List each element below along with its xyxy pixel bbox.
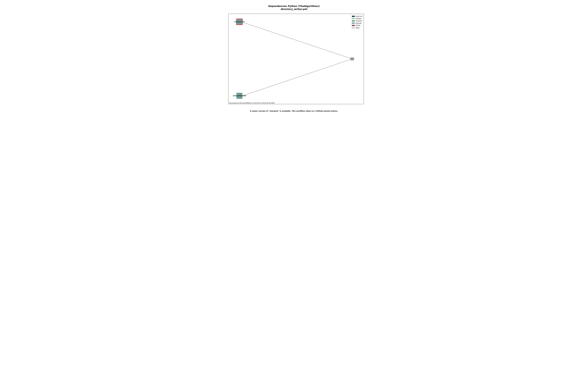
- figure-page: Dependencies Python (TheAlgorithms) dire…: [206, 0, 382, 118]
- figure-caption: A newer version of "checkout" is availab…: [206, 110, 382, 112]
- node-setup-python: setup-python [v4]: [233, 93, 246, 99]
- legend: Internal Forked Trusted GitHub Public St…: [351, 14, 363, 29]
- node-label: setup-python [v4]: [233, 95, 246, 96]
- legend-label: Internal: [356, 15, 362, 18]
- legend-item: GitHub: [352, 22, 362, 24]
- figure-title: Dependencies Python (TheAlgorithms) dire…: [206, 5, 382, 10]
- legend-label: Step: [356, 27, 360, 29]
- edge-build-setup-python: [242, 59, 352, 96]
- legend-swatch: [352, 20, 355, 22]
- edges: [242, 22, 352, 96]
- dependency-graph: checkout [v1] setup-python [v4] build: [228, 14, 364, 104]
- legend-swatch: [352, 27, 355, 28]
- legend-swatch: [352, 18, 355, 19]
- plot-frame: checkout [v1] setup-python [v4] build In…: [228, 14, 364, 104]
- legend-label: Public: [356, 24, 360, 27]
- legend-label: Trusted: [356, 20, 362, 22]
- legend-swatch: [352, 22, 355, 24]
- legend-item: Trusted: [352, 20, 362, 22]
- legend-swatch: [352, 25, 355, 26]
- legend-label: Forked: [356, 18, 361, 20]
- legend-item: Forked: [352, 18, 362, 20]
- legend-item: Public: [352, 24, 362, 27]
- node-build: build: [350, 57, 354, 61]
- node-label: build: [350, 58, 354, 60]
- edge-build-checkout: [242, 22, 352, 59]
- legend-item: Step: [352, 27, 362, 29]
- node-checkout: checkout [v1]: [234, 19, 244, 25]
- title-line-2: directory_writer.yml: [206, 8, 382, 11]
- legend-item: Internal: [352, 15, 362, 18]
- legend-swatch: [352, 16, 355, 17]
- legend-label: GitHub: [356, 22, 362, 24]
- node-label: checkout [v1]: [234, 21, 244, 22]
- generated-by-footer: Generated by DirectionMIAGE on 2023-02-0…: [229, 102, 274, 104]
- title-line-1: Dependencies Python (TheAlgorithms): [206, 5, 382, 8]
